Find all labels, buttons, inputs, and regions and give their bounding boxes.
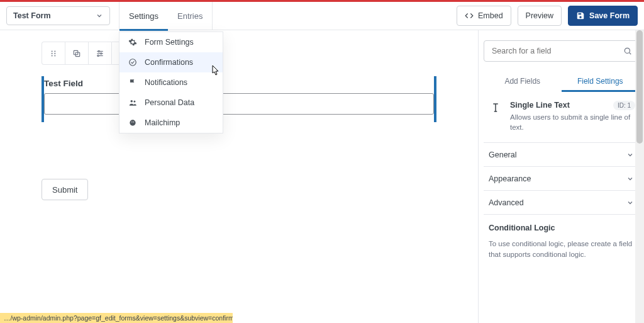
menu-form-settings[interactable]: Form Settings xyxy=(119,32,223,52)
tool-duplicate[interactable] xyxy=(65,42,88,65)
form-selector[interactable]: Test Form xyxy=(6,6,110,25)
svg-point-3 xyxy=(54,53,55,54)
right-sidebar: Add Fields Field Settings Single Line Te… xyxy=(478,30,644,323)
field-toolbar xyxy=(42,42,478,65)
text-field-icon xyxy=(490,102,501,113)
scrollbar-thumb[interactable] xyxy=(636,30,643,144)
section-appearance[interactable]: Appearance xyxy=(484,167,639,191)
code-icon xyxy=(465,11,474,20)
flag-icon xyxy=(128,78,137,87)
submit-button[interactable]: Submit xyxy=(42,179,88,200)
svg-point-14 xyxy=(130,59,136,66)
tab-settings[interactable]: Settings xyxy=(119,2,168,30)
embed-button[interactable]: Embed xyxy=(457,6,511,26)
check-circle-icon xyxy=(128,58,137,67)
chevron-down-icon xyxy=(626,151,634,159)
menu-notifications[interactable]: Notifications xyxy=(119,72,223,93)
menu-form-settings-label: Form Settings xyxy=(145,38,194,47)
status-url: …/wp-admin/admin.php?page=gf_edit_forms&… xyxy=(4,314,233,322)
main-area: Test Field Submit Form Settings Confirma… xyxy=(0,30,644,323)
users-icon xyxy=(128,98,137,107)
menu-confirmations[interactable]: Confirmations xyxy=(119,52,223,72)
tool-settings[interactable] xyxy=(88,42,111,65)
sliders-icon xyxy=(96,49,104,58)
svg-point-2 xyxy=(52,53,53,54)
field-type-desc: Allows users to submit a single line of … xyxy=(510,112,635,132)
svg-point-11 xyxy=(98,50,99,52)
search-icon xyxy=(623,47,632,55)
tab-add-fields[interactable]: Add Fields xyxy=(484,71,562,92)
settings-dropdown: Form Settings Confirmations Notification… xyxy=(119,31,223,133)
browser-status-bar: …/wp-admin/admin.php?page=gf_edit_forms&… xyxy=(0,313,233,323)
tab-entries-label: Entries xyxy=(177,11,203,21)
svg-point-20 xyxy=(625,48,630,53)
section-appearance-label: Appearance xyxy=(489,174,531,183)
svg-point-5 xyxy=(54,55,55,56)
svg-point-18 xyxy=(131,122,133,123)
conditional-text: To use conditional logic, please create … xyxy=(489,239,634,259)
vertical-scrollbar[interactable] xyxy=(635,30,644,323)
preview-label: Preview xyxy=(526,11,553,20)
conditional-logic-section: Conditional Logic To use conditional log… xyxy=(484,215,639,268)
section-advanced-label: Advanced xyxy=(489,198,524,207)
field-input[interactable] xyxy=(44,93,434,115)
save-label: Save Form xyxy=(589,11,630,20)
menu-mailchimp[interactable]: Mailchimp xyxy=(119,113,223,133)
menu-personal-data[interactable]: Personal Data xyxy=(119,93,223,113)
gear-icon xyxy=(128,38,137,47)
menu-confirmations-label: Confirmations xyxy=(145,58,193,67)
field-search[interactable] xyxy=(484,40,639,62)
drag-icon xyxy=(49,49,58,58)
search-input[interactable] xyxy=(491,46,618,56)
mailchimp-icon xyxy=(128,118,137,127)
save-icon xyxy=(576,11,585,20)
primary-tabs: Settings Entries xyxy=(119,2,213,30)
form-canvas: Test Field Submit Form Settings Confirma… xyxy=(0,30,478,323)
header-actions: Embed Preview Save Form xyxy=(457,6,638,26)
chevron-down-icon xyxy=(626,199,634,207)
field-block[interactable]: Test Field xyxy=(42,76,436,122)
svg-line-21 xyxy=(630,53,631,55)
field-label: Test Field xyxy=(44,79,434,88)
svg-point-0 xyxy=(52,50,53,52)
svg-point-13 xyxy=(97,55,99,56)
conditional-title: Conditional Logic xyxy=(489,224,634,232)
top-bar: Test Form Settings Entries Embed Preview… xyxy=(0,2,644,30)
field-id-badge: ID: 1 xyxy=(613,101,635,110)
svg-point-12 xyxy=(101,52,102,54)
svg-point-15 xyxy=(131,100,133,103)
sidebar-tabs: Add Fields Field Settings xyxy=(484,71,639,92)
tab-field-settings-label: Field Settings xyxy=(577,77,623,86)
embed-label: Embed xyxy=(478,11,503,20)
svg-point-19 xyxy=(133,122,135,123)
menu-mailchimp-label: Mailchimp xyxy=(145,118,180,127)
menu-notifications-label: Notifications xyxy=(145,78,187,87)
duplicate-icon xyxy=(72,49,81,58)
chevron-down-icon xyxy=(626,175,634,183)
tab-settings-label: Settings xyxy=(129,11,158,21)
svg-point-17 xyxy=(130,120,135,125)
tab-add-fields-label: Add Fields xyxy=(504,77,540,86)
preview-button[interactable]: Preview xyxy=(518,6,562,26)
tab-field-settings[interactable]: Field Settings xyxy=(562,71,640,92)
menu-personal-data-label: Personal Data xyxy=(145,98,194,107)
form-selector-label: Test Form xyxy=(13,11,51,20)
section-general[interactable]: General xyxy=(484,143,639,167)
section-general-label: General xyxy=(489,150,516,159)
tab-entries[interactable]: Entries xyxy=(168,2,212,30)
svg-point-4 xyxy=(52,55,53,56)
chevron-down-icon xyxy=(96,12,103,20)
tool-drag[interactable] xyxy=(42,42,65,65)
save-button[interactable]: Save Form xyxy=(568,6,638,26)
submit-label: Submit xyxy=(52,185,77,195)
section-advanced[interactable]: Advanced xyxy=(484,191,639,215)
field-type-title: Single Line Text xyxy=(510,101,570,110)
svg-point-1 xyxy=(54,50,55,52)
svg-point-16 xyxy=(134,101,136,103)
field-info: Single Line Text ID: 1 Allows users to s… xyxy=(484,92,639,143)
